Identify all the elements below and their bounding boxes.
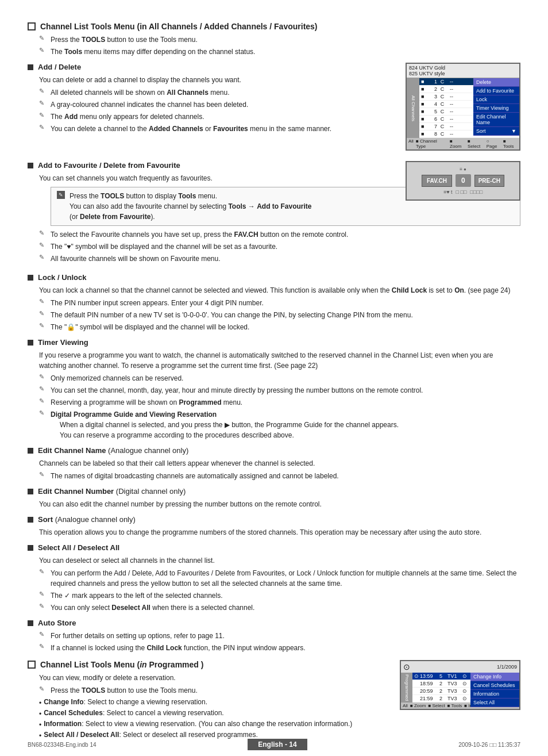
lock-note-1: ✎ The PIN number input screen appears. E… [39, 298, 520, 308]
fav-note-3: ✎ All favourite channels will be shown o… [39, 254, 520, 264]
add-delete-title: Add / Delete [38, 63, 81, 71]
ctx-lock: Lock [473, 95, 519, 104]
prog-ctx-change-info: Change Info [470, 673, 519, 681]
select-deselect-section: Select All / Deselect All You can desele… [28, 543, 520, 613]
ctx-edit-channel-name: Edit Channel Name [473, 113, 519, 127]
add-to-favourite-section: ≡ ● FAV.CH 0 PRE-CH ≡♥ t □ □□ □□□□ [28, 161, 520, 267]
ecn-title: Edit Channel Name (Analogue channel only… [38, 446, 188, 455]
lock-note-3: ✎ The "🔒" symbol will be displayed and t… [39, 322, 520, 332]
timer-viewing-section: Timer Viewing If you reserve a programme… [28, 338, 520, 440]
ecn-note: ✎ The names of digital broadcasting chan… [39, 471, 520, 481]
sort-title: Sort (Analogue channel only) [38, 515, 136, 524]
add-to-fav-title: Add to Favourite / Delete from Favourite [38, 161, 180, 170]
programmed-section: ⊙ 1/1/2009 Programmed ⊙ 13:59 5 [28, 660, 520, 742]
fav-note-2: ✎ The "♥" symbol will be displayed and t… [39, 241, 520, 252]
lock-body: You can lock a channel so that the chann… [39, 285, 520, 296]
select-note-3: ✎ You can only select Deselect All when … [39, 603, 520, 613]
tip-line-2: You can also add the favourite channel b… [70, 201, 312, 222]
prog-ctx-cancel: Cancel Schedules [470, 681, 519, 690]
prog-date: 1/1/2009 [497, 664, 517, 670]
square-icon-fav [28, 163, 33, 168]
note-text-1: Press the TOOLS button to use the Tools … [51, 34, 520, 45]
bullet-change-info: • Change Info: Select to change a viewin… [39, 698, 393, 707]
ctx-delete: Delete [473, 78, 519, 87]
ctx-add-favourite: Add to Favourite [473, 87, 519, 95]
square-icon-autostore [28, 620, 33, 626]
channel-bottom-bar: All ■ Channel Type ■ Zoom ■ Select ○ Pag… [407, 138, 519, 149]
channel-list-diagram: 824 UKTV Gold 825 UKTV style All Channel… [406, 63, 520, 151]
ctx-timer-viewing: Timer Viewing [473, 104, 519, 113]
ecn-body: Channels can be labeled so that their ca… [39, 458, 520, 469]
programmed-note-press-tools: ✎ Press the TOOLS button to use the Tool… [39, 685, 393, 696]
prog-ctx-select-all: Select All [470, 699, 519, 707]
autostore-note-2: ✎ If a channel is locked using the Child… [39, 643, 520, 653]
square-icon-timer [28, 340, 33, 346]
prog-tab-label: Programmed [404, 674, 410, 701]
note-text-2: The Tools menu items may differ dependin… [51, 47, 520, 57]
autostore-note-1: ✎ For further details on setting up opti… [39, 631, 520, 641]
select-note-2: ✎ The ✓ mark appears to the left of the … [39, 590, 520, 601]
square-icon-sort [28, 517, 33, 523]
timer-note-1: ✎ Only memorized channels can be reserve… [39, 373, 520, 383]
add-delete-note-3: ✎ The Add menu only appears for deleted … [39, 112, 399, 122]
timer-note-3: ✎ Reserving a programme will be shown on… [39, 397, 520, 408]
timer-note-2: ✎ You can set the channel, month, day, y… [39, 385, 520, 396]
prog-ctx-info: Information [470, 690, 519, 699]
bullet-information: • Information: Select to view a viewing … [39, 720, 520, 729]
autostore-title: Auto Store [38, 619, 76, 627]
sort-body: This operation allows you to change the … [39, 527, 520, 538]
prog-context-menu: Change Info Cancel Schedules Information… [470, 673, 519, 707]
checkbox-icon [28, 22, 36, 30]
auto-store-section: Auto Store ✎ For further details on sett… [28, 619, 520, 653]
lock-unlock-section: Lock / Unlock You can lock a channel so … [28, 273, 520, 332]
add-delete-note-1: ✎ All deleted channels will be shown on … [39, 87, 399, 98]
sort-section: Sort (Analogue channel only) This operat… [28, 515, 520, 538]
edit-channel-number-section: Edit Channel Number (Digital channel onl… [28, 487, 520, 509]
square-icon-select [28, 545, 33, 551]
checkbox-icon-programmed [28, 661, 36, 669]
favchan-preach-btn: PRE-CH [474, 175, 504, 187]
channel-tab-label: All Channels [411, 95, 416, 121]
square-icon-add-delete [28, 64, 33, 70]
lock-title: Lock / Unlock [38, 273, 87, 282]
main-section-header: Channel List Tools Menu (in All Channels… [28, 22, 520, 31]
square-icon-lock [28, 275, 33, 281]
note-icon-2: ✎ [39, 47, 48, 54]
lock-note-2: ✎ The default PIN number of a new TV set… [39, 310, 520, 320]
footer-right: 2009-10-26 □□ 11:35:37 [458, 742, 520, 748]
note-icon-1: ✎ [39, 34, 48, 42]
select-body: You can deselect or select all channels … [39, 555, 520, 566]
fav-note-1: ✎ To select the Favourite channels you h… [39, 229, 520, 240]
square-icon-ecnum [28, 489, 33, 494]
page-number-badge: English - 14 [248, 739, 307, 750]
ecnum-body: You can also edit the channel number by … [39, 499, 520, 509]
timer-note-4: ✎ Digital Programme Guide and Viewing Re… [39, 409, 520, 440]
tip-line-1: Press the TOOLS button to display Tools … [70, 191, 312, 201]
prog-header: ⊙ 1/1/2009 [401, 661, 519, 673]
tip-pencil-icon: ✎ [57, 191, 65, 199]
bullet-cancel-schedules: • Cancel Schedules: Select to cancel a v… [39, 709, 393, 718]
ctx-sort: Sort▼ [473, 127, 519, 136]
timer-title: Timer Viewing [38, 338, 88, 347]
programmed-diagram: ⊙ 1/1/2009 Programmed ⊙ 13:59 5 [400, 660, 520, 710]
select-title: Select All / Deselect All [38, 543, 119, 552]
channel-top-2: 825 UKTV style [409, 71, 517, 76]
edit-channel-name-section: Edit Channel Name (Analogue channel only… [28, 446, 520, 481]
add-delete-note-2: ✎ A gray-coloured channel indicates the … [39, 99, 399, 110]
select-note-1: ✎ You can perform the Add / Delete, Add … [39, 568, 520, 589]
press-tools-notes: ✎ Press the TOOLS button to use the Tool… [39, 34, 520, 57]
square-icon-ecn [28, 448, 33, 454]
channel-list-top: 824 UKTV Gold 825 UKTV style [407, 64, 519, 78]
favchan-zero: 0 [456, 174, 471, 187]
main-section-title: Channel List Tools Menu (in All Channels… [40, 22, 318, 31]
page-footer: BN68-02334B-Eng.indb 14 English - 14 200… [0, 739, 548, 750]
footer-left: BN68-02334B-Eng.indb 14 [28, 742, 97, 748]
channel-top-1: 824 UKTV Gold [409, 65, 517, 71]
ecnum-title: Edit Channel Number (Digital channel onl… [38, 487, 186, 496]
favchan-btn: FAV.CH [422, 175, 452, 187]
timer-body: If you reserve a programme you want to w… [39, 350, 520, 371]
favchan-diagram: ≡ ● FAV.CH 0 PRE-CH ≡♥ t □ □□ □□□□ [406, 161, 520, 201]
add-delete-note-4: ✎ You can delete a channel to the Added … [39, 124, 399, 134]
programmed-title: Channel List Tools Menu (in Programmed ) [40, 660, 203, 669]
